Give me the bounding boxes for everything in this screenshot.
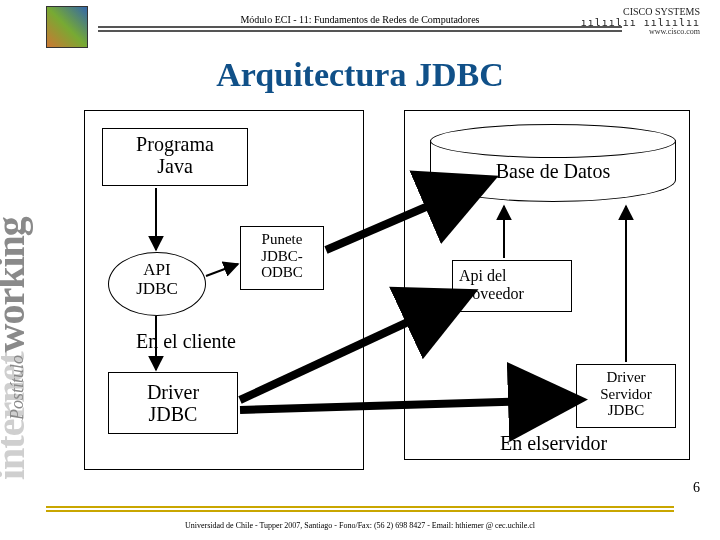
api-jdbc-label: APIJDBC [109, 261, 205, 298]
api-proveedor-box: Api delproveedor [452, 260, 572, 312]
footer-rule [46, 506, 674, 512]
puente-jdbc-odbc-box: PuneteJDBC-ODBC [240, 226, 324, 290]
programa-java-label: ProgramaJava [103, 133, 247, 177]
database-label: Base de Datos [430, 160, 676, 182]
driver-servidor-label: DriverServidorJDBC [577, 369, 675, 419]
driver-jdbc-box: DriverJDBC [108, 372, 238, 434]
programa-java-box: ProgramaJava [102, 128, 248, 186]
uchile-logo [46, 6, 88, 48]
server-caption: En elservidor [500, 432, 607, 454]
header-rule [98, 26, 622, 32]
api-proveedor-label: Api delproveedor [459, 267, 565, 302]
cisco-logo: CISCO SYSTEMS ıılıılıı ıılıılıı www.cisc… [581, 6, 700, 37]
slide-title: Arquitectura JDBC [0, 56, 720, 94]
cisco-name: CISCO SYSTEMS [581, 6, 700, 17]
driver-jdbc-label: DriverJDBC [109, 381, 237, 425]
side-postitulo: Postítulo [7, 355, 28, 420]
driver-servidor-box: DriverServidorJDBC [576, 364, 676, 428]
puente-label: PuneteJDBC-ODBC [241, 231, 323, 281]
client-caption: En el cliente [136, 330, 236, 352]
page-number: 6 [693, 480, 700, 496]
database-cylinder: Base de Datos [430, 124, 676, 202]
diagram-stage: ProgramaJava APIJDBC PuneteJDBC-ODBC Dri… [84, 110, 694, 480]
side-brand: internetworking [34, 100, 74, 480]
api-jdbc-ellipse: APIJDBC [108, 252, 206, 316]
footer-text: Universidad de Chile - Tupper 2007, Sant… [0, 521, 720, 530]
cisco-url: www.cisco.com [581, 28, 700, 37]
side-word-dark: working [0, 217, 33, 352]
